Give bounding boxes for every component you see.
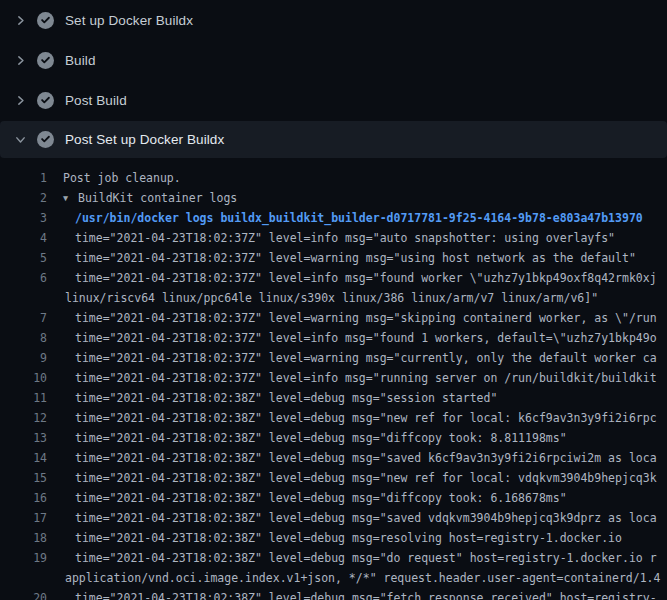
log-output: 1 Post job cleanup. 2 ▼ BuildKit contain… [0, 158, 667, 600]
step-row-post-set-up-docker-buildx[interactable]: Post Set up Docker Buildx [0, 121, 667, 158]
log-group-title[interactable]: BuildKit container logs [78, 188, 237, 208]
log-line-number[interactable]: 20 [0, 588, 47, 600]
log-line-number[interactable]: 12 [0, 408, 47, 428]
log-line-number[interactable]: 14 [0, 448, 47, 468]
log-line: 9 time="2021-04-23T18:02:37Z" level=warn… [0, 348, 667, 368]
log-line-text: time="2021-04-23T18:02:37Z" level=warnin… [75, 348, 657, 368]
log-line-group-header: 2 ▼ BuildKit container logs [0, 188, 667, 208]
log-line-text: time="2021-04-23T18:02:38Z" level=debug … [75, 588, 657, 600]
log-line: 15 time="2021-04-23T18:02:38Z" level=deb… [0, 468, 667, 488]
step-label: Build [65, 53, 96, 68]
log-line-text: time="2021-04-23T18:02:38Z" level=debug … [75, 388, 497, 408]
log-line: 20 time="2021-04-23T18:02:38Z" level=deb… [0, 588, 667, 600]
log-line-text: time="2021-04-23T18:02:38Z" level=debug … [75, 448, 657, 468]
log-line-command: 3 /usr/bin/docker logs buildx_buildkit_b… [0, 208, 667, 228]
log-line-text: time="2021-04-23T18:02:37Z" level=warnin… [75, 248, 636, 268]
log-line: 10 time="2021-04-23T18:02:37Z" level=inf… [0, 368, 667, 388]
log-line-text: time="2021-04-23T18:02:38Z" level=debug … [75, 488, 567, 508]
log-line-text: time="2021-04-23T18:02:38Z" level=debug … [75, 548, 657, 568]
log-line-number[interactable]: 9 [0, 348, 47, 368]
log-line-text: time="2021-04-23T18:02:37Z" level=info m… [75, 368, 657, 388]
log-line: 17 time="2021-04-23T18:02:38Z" level=deb… [0, 508, 667, 528]
log-line-wrapped-continuation: linux/riscv64 linux/ppc64le linux/s390x … [0, 288, 667, 308]
log-line-number[interactable]: 15 [0, 468, 47, 488]
log-command-text: /usr/bin/docker logs buildx_buildkit_bui… [75, 208, 643, 228]
log-line-number[interactable]: 7 [0, 308, 47, 328]
step-row-set-up-docker-buildx[interactable]: Set up Docker Buildx [0, 0, 667, 40]
check-circle-icon [37, 131, 54, 148]
chevron-right-icon [13, 93, 28, 108]
log-line-text: time="2021-04-23T18:02:37Z" level=info m… [75, 228, 615, 248]
log-line: 14 time="2021-04-23T18:02:38Z" level=deb… [0, 448, 667, 468]
log-line-number[interactable]: 16 [0, 488, 47, 508]
log-line-number[interactable]: 6 [0, 268, 47, 288]
log-line: 1 Post job cleanup. [0, 168, 667, 188]
log-line-number[interactable]: 5 [0, 248, 47, 268]
log-line: 8 time="2021-04-23T18:02:37Z" level=info… [0, 328, 667, 348]
log-line-text: time="2021-04-23T18:02:37Z" level=warnin… [75, 308, 657, 328]
log-line: 19 time="2021-04-23T18:02:38Z" level=deb… [0, 548, 667, 568]
log-line-number[interactable]: 11 [0, 388, 47, 408]
log-line-number [0, 568, 47, 588]
chevron-right-icon [13, 53, 28, 68]
log-line-number[interactable]: 8 [0, 328, 47, 348]
step-label: Set up Docker Buildx [65, 13, 193, 28]
log-line-number[interactable]: 3 [0, 208, 47, 228]
group-collapse-triangle-icon[interactable]: ▼ [63, 188, 72, 208]
log-line-number[interactable]: 4 [0, 228, 47, 248]
log-line: 6 time="2021-04-23T18:02:37Z" level=info… [0, 268, 667, 288]
log-line-number[interactable]: 19 [0, 548, 47, 568]
chevron-down-icon [13, 132, 28, 147]
step-row-build[interactable]: Build [0, 40, 667, 80]
actions-log-viewer: Set up Docker Buildx Build Post Build [0, 0, 667, 600]
log-line-text: time="2021-04-23T18:02:38Z" level=debug … [75, 408, 657, 428]
chevron-right-icon [13, 13, 28, 28]
log-line: 11 time="2021-04-23T18:02:38Z" level=deb… [0, 388, 667, 408]
log-line-number[interactable]: 18 [0, 528, 47, 548]
log-line-text: time="2021-04-23T18:02:38Z" level=debug … [75, 508, 657, 528]
check-circle-icon [37, 52, 54, 69]
log-line-text: Post job cleanup. [63, 168, 181, 188]
log-line: 18 time="2021-04-23T18:02:38Z" level=deb… [0, 528, 667, 548]
log-line: 13 time="2021-04-23T18:02:38Z" level=deb… [0, 428, 667, 448]
log-line: 16 time="2021-04-23T18:02:38Z" level=deb… [0, 488, 667, 508]
log-line-number[interactable]: 17 [0, 508, 47, 528]
log-line-number[interactable]: 1 [0, 168, 47, 188]
log-line-wrapped-continuation: application/vnd.oci.image.index.v1+json,… [0, 568, 667, 588]
check-circle-icon [37, 92, 54, 109]
log-line-text: time="2021-04-23T18:02:38Z" level=debug … [75, 528, 622, 548]
log-line-number[interactable]: 13 [0, 428, 47, 448]
step-row-post-build[interactable]: Post Build [0, 80, 667, 120]
log-line-number[interactable]: 10 [0, 368, 47, 388]
log-line: 12 time="2021-04-23T18:02:38Z" level=deb… [0, 408, 667, 428]
check-circle-icon [37, 12, 54, 29]
log-line-text: time="2021-04-23T18:02:37Z" level=info m… [75, 268, 657, 288]
log-line-number[interactable]: 2 [0, 188, 47, 208]
log-line: 4 time="2021-04-23T18:02:37Z" level=info… [0, 228, 667, 248]
log-line-number [0, 288, 47, 308]
log-line-text: application/vnd.oci.image.index.v1+json,… [65, 568, 660, 588]
log-line: 5 time="2021-04-23T18:02:37Z" level=warn… [0, 248, 667, 268]
log-line-text: linux/riscv64 linux/ppc64le linux/s390x … [65, 288, 598, 308]
log-line: 7 time="2021-04-23T18:02:37Z" level=warn… [0, 308, 667, 328]
log-line-text: time="2021-04-23T18:02:38Z" level=debug … [75, 428, 567, 448]
step-list: Set up Docker Buildx Build Post Build [0, 0, 667, 158]
step-label: Post Build [65, 93, 127, 108]
log-line-text: time="2021-04-23T18:02:38Z" level=debug … [75, 468, 657, 488]
step-label: Post Set up Docker Buildx [65, 132, 224, 147]
log-line-text: time="2021-04-23T18:02:37Z" level=info m… [75, 328, 657, 348]
